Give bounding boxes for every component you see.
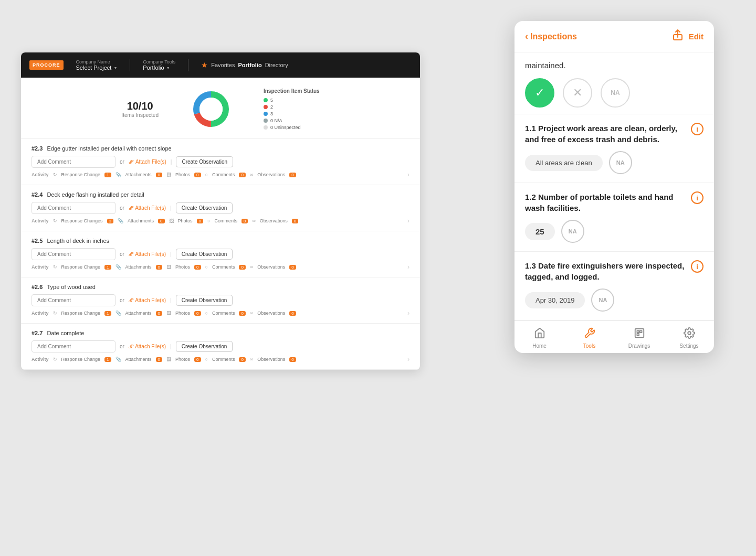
attach-badge-2-7: 0 — [156, 357, 162, 362]
response-badge-2-4: 3 — [107, 219, 113, 223]
create-obs-btn-2-4[interactable]: Create Observation — [176, 202, 233, 213]
info-icon-1-3[interactable]: i — [691, 260, 704, 273]
company-nav[interactable]: Company Name Select Project — [76, 59, 118, 71]
nav-tab-drawings[interactable]: Drawings — [614, 325, 664, 351]
chevron-right-icon-2-3[interactable]: › — [407, 171, 410, 178]
tools-icon — [584, 327, 595, 341]
chevron-right-icon-2-6[interactable]: › — [407, 309, 410, 317]
inspection-item-2-3: #2.3 Edge gutter installed per detail wi… — [21, 139, 420, 185]
nav-divider-1 — [130, 59, 130, 71]
comments-badge-2-7: 0 — [239, 357, 245, 362]
comment-input-2-4[interactable] — [32, 202, 116, 214]
back-chevron-icon: ‹ — [525, 31, 528, 42]
item-1-3-response-date[interactable]: Apr 30, 2019 — [525, 292, 585, 308]
tools-nav-label: Company Tools — [143, 59, 175, 65]
photos-icon-2-4: 🖼 — [169, 218, 174, 223]
attach-btn-2-7[interactable]: 🖇 Attach File(s) — [129, 344, 166, 349]
comments-icon-2-5: ○ — [205, 264, 208, 270]
item-1-1-na-circle[interactable]: NA — [609, 151, 632, 174]
info-icon-1-1[interactable]: i — [691, 123, 704, 135]
mobile-intro-text: maintained. — [525, 61, 704, 70]
observations-2-5: Observations — [257, 264, 285, 270]
drawings-tab-label: Drawings — [628, 343, 650, 349]
mobile-intro-section: maintained. ✓ ✕ NA — [514, 52, 714, 114]
observations-2-3: Observations — [257, 172, 285, 177]
photos-badge-2-7: 0 — [194, 357, 201, 362]
attach-btn-2-4[interactable]: 🖇 Attach File(s) — [129, 205, 166, 211]
item-2-6-number: #2.6 — [32, 284, 43, 290]
attach-btn-2-6[interactable]: 🖇 Attach File(s) — [129, 297, 166, 303]
legend-fail: 2 — [264, 104, 320, 110]
item-2-7-title: Date complete — [47, 330, 84, 336]
chevron-right-icon-2-7[interactable]: › — [407, 356, 410, 363]
attach-icon-2-3: 📎 — [116, 172, 121, 177]
item-1-3-na-circle[interactable]: NA — [591, 288, 614, 312]
photos-2-6: Photos — [175, 311, 190, 316]
fail-response-circle[interactable]: ✕ — [563, 78, 592, 108]
obs-icon-2-5: ∞ — [250, 264, 253, 270]
obs-icon-2-6: ∞ — [250, 311, 253, 316]
item-2-6-title: Type of wood used — [47, 284, 95, 290]
item-1-2-title: 1.2 Number of portable toilets and hand … — [525, 191, 691, 213]
photos-badge-2-4: 0 — [197, 219, 203, 223]
inspection-summary: 10/10 Items Inspected Inspection Item St… — [21, 78, 420, 139]
attach-btn-2-5[interactable]: 🖇 Attach File(s) — [129, 251, 166, 257]
svg-rect-6 — [637, 330, 639, 333]
create-obs-btn-2-5[interactable]: Create Observation — [176, 249, 233, 260]
item-2-7-number: #2.7 — [32, 330, 43, 336]
item-1-2-na-circle[interactable]: NA — [561, 220, 584, 243]
photos-2-3: Photos — [175, 172, 190, 177]
tools-nav[interactable]: Company Tools Portfolio — [143, 59, 175, 71]
fav-directory[interactable]: Directory — [265, 62, 288, 68]
create-obs-btn-2-3[interactable]: Create Observation — [176, 156, 233, 167]
inspected-label: Items Inspected — [121, 112, 159, 118]
chevron-right-icon-2-5[interactable]: › — [407, 263, 410, 271]
edit-button[interactable]: Edit — [689, 32, 704, 41]
nav-tab-tools[interactable]: Tools — [564, 325, 614, 351]
attachments-2-5: Attachments — [125, 264, 152, 270]
photos-2-7: Photos — [175, 357, 190, 362]
comments-badge-2-6: 0 — [239, 311, 245, 316]
legend-title: Inspection Item Status — [264, 88, 320, 94]
item-1-1-response-text[interactable]: All areas are clean — [525, 155, 603, 171]
create-obs-btn-2-7[interactable]: Create Observation — [176, 341, 233, 352]
company-nav-value: Select Project — [76, 65, 118, 71]
photos-badge-2-5: 0 — [194, 265, 201, 270]
or-text-2-7: or — [120, 344, 124, 349]
item-1-2-response-number[interactable]: 25 — [525, 223, 555, 240]
comment-input-2-5[interactable] — [32, 248, 116, 260]
separator-2-3: | — [171, 159, 172, 165]
legend-pass-count: 5 — [270, 98, 273, 103]
comments-2-7: Comments — [212, 357, 235, 362]
response-change-icon-2-6: ↻ — [53, 311, 57, 316]
comment-input-2-7[interactable] — [32, 340, 116, 352]
legend-na: 0 N/A — [264, 118, 320, 123]
donut-chart — [190, 88, 232, 130]
nav-divider-2 — [188, 59, 188, 71]
photos-badge-2-6: 0 — [194, 311, 201, 316]
comment-input-2-6[interactable] — [32, 294, 116, 306]
back-button[interactable]: ‹ Inspections — [525, 31, 577, 42]
nav-tab-settings[interactable]: Settings — [664, 325, 714, 351]
share-button[interactable] — [673, 29, 682, 44]
observations-2-6: Observations — [257, 311, 285, 316]
tools-tab-label: Tools — [583, 343, 595, 349]
item-1-3-response: Apr 30, 2019 NA — [525, 288, 704, 312]
fav-portfolio[interactable]: Portfolio — [238, 62, 261, 68]
comments-2-4: Comments — [214, 218, 237, 223]
activity-label-2-6: Activity — [32, 311, 49, 316]
info-icon-1-2[interactable]: i — [691, 191, 704, 204]
attach-btn-2-3[interactable]: 🖇 Attach File(s) — [129, 159, 166, 165]
comment-input-2-3[interactable] — [32, 156, 116, 168]
settings-tab-label: Settings — [679, 343, 698, 349]
obs-icon-2-4: ∞ — [252, 218, 255, 223]
na-response-circle[interactable]: NA — [601, 78, 630, 108]
inspection-item-2-7: #2.7 Date complete or 🖇 Attach File(s) |… — [21, 324, 420, 370]
nav-tab-home[interactable]: Home — [514, 325, 564, 351]
chevron-right-icon-2-4[interactable]: › — [407, 217, 410, 224]
obs-badge-2-5: 0 — [289, 265, 296, 270]
comments-icon-2-6: ○ — [205, 311, 208, 316]
create-obs-btn-2-6[interactable]: Create Observation — [176, 295, 233, 306]
pass-response-circle[interactable]: ✓ — [525, 78, 554, 108]
comments-2-5: Comments — [212, 264, 235, 270]
